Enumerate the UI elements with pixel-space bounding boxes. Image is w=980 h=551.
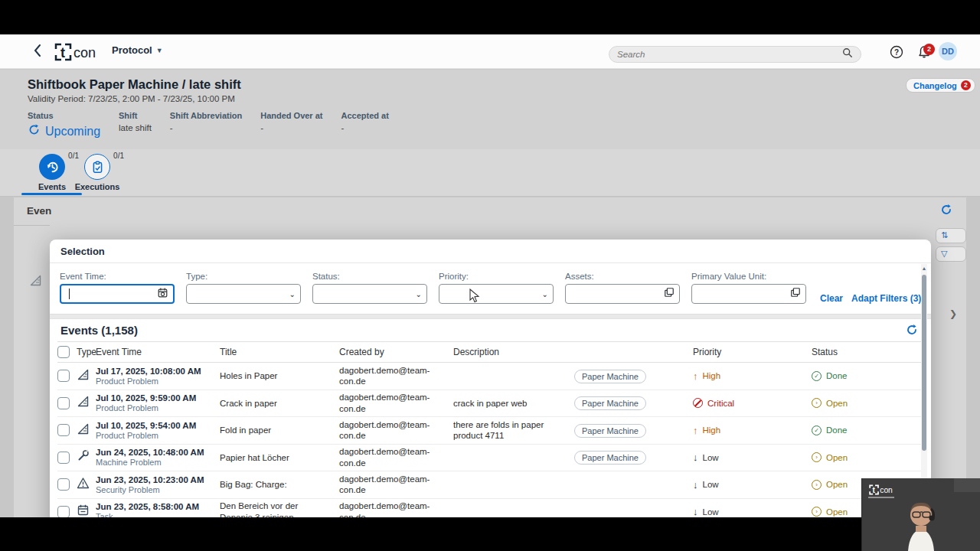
high-priority-arrow-icon: ↑ bbox=[693, 370, 698, 382]
clear-filters-link[interactable]: Clear bbox=[820, 293, 843, 304]
status-cell: ›Open bbox=[812, 398, 916, 408]
table-row[interactable]: Jun 23, 2025, 10:23:00 AMSecurity Proble… bbox=[57, 471, 923, 499]
field-label: Handed Over at bbox=[260, 111, 322, 120]
valuehelp-icon[interactable] bbox=[790, 287, 801, 301]
header-field-handed-over-at: Handed Over at- bbox=[260, 111, 322, 139]
filter-label: Type: bbox=[186, 272, 301, 281]
column-header-created-by[interactable]: Created by bbox=[339, 347, 453, 357]
background-section-title: Event bbox=[27, 205, 51, 217]
filter-input[interactable] bbox=[60, 284, 175, 304]
avatar[interactable]: DD bbox=[939, 42, 957, 60]
priority-cell: ↑High bbox=[693, 425, 812, 436]
checkbox-cell bbox=[57, 478, 77, 491]
title-cell: Den Bereich vor der Deponie 3 reinigen. bbox=[220, 500, 339, 517]
status-label: Open bbox=[826, 480, 848, 489]
chevron-down-icon[interactable]: ⌄ bbox=[289, 290, 296, 298]
table-header-row: TypeEvent TimeTitleCreated byDescription… bbox=[57, 341, 923, 363]
header-field-shift-abbreviation: Shift Abbreviation- bbox=[170, 111, 242, 139]
chevron-down-icon[interactable]: ⌄ bbox=[416, 290, 422, 298]
search-icon[interactable] bbox=[842, 47, 853, 61]
low-priority-arrow-icon: ↓ bbox=[693, 452, 698, 463]
header-fields: StatusUpcomingShiftlate shiftShift Abbre… bbox=[28, 111, 389, 139]
event-time-cell: Jul 17, 2025, 10:08:00 AMProduct Problem bbox=[96, 367, 220, 386]
title-cell: Fold in paper bbox=[220, 425, 339, 435]
checkbox-cell bbox=[57, 452, 77, 464]
page-header: Shiftbook Paper Machine / late shift Val… bbox=[0, 70, 980, 149]
events-history-icon: 0/1 bbox=[39, 154, 65, 180]
asset-tag-chip[interactable]: Paper Machine bbox=[574, 370, 646, 383]
filter-assets-: Assets: bbox=[565, 272, 680, 304]
filter-input[interactable]: ⌄ bbox=[186, 284, 301, 304]
product-problem-icon bbox=[77, 395, 96, 411]
adapt-filters-link[interactable]: Adapt Filters (3) bbox=[851, 293, 921, 304]
tcon-logo[interactable]: t con bbox=[54, 41, 98, 64]
refresh-icon[interactable] bbox=[906, 324, 918, 339]
column-header-title[interactable]: Title bbox=[220, 347, 339, 357]
field-label: Shift Abbreviation bbox=[170, 111, 242, 120]
asset-tag-cell: Paper Machine bbox=[574, 423, 693, 438]
priority-cell: ↓Low bbox=[693, 479, 812, 491]
row-checkbox[interactable] bbox=[57, 478, 70, 491]
calendar-icon[interactable] bbox=[157, 287, 168, 302]
row-checkbox[interactable] bbox=[57, 370, 70, 382]
chevron-right-icon[interactable]: ❯ bbox=[949, 308, 957, 319]
upcoming-status-icon bbox=[28, 123, 41, 139]
scrollbar-thumb[interactable] bbox=[922, 275, 926, 451]
filter-primary-value-unit-: Primary Value Unit: bbox=[691, 272, 806, 304]
help-icon[interactable]: ? bbox=[890, 45, 903, 59]
selected-tab-underline bbox=[21, 193, 82, 195]
changelog-button[interactable]: Changelog 2 bbox=[906, 78, 975, 93]
global-search[interactable] bbox=[609, 46, 861, 63]
webcam-logo-tagline bbox=[868, 497, 894, 498]
filter-input[interactable] bbox=[691, 284, 806, 304]
table-row[interactable]: Jul 10, 2025, 9:59:00 AMProduct ProblemC… bbox=[57, 390, 923, 418]
status-label: Done bbox=[826, 425, 848, 435]
asset-tag-chip[interactable]: Paper Machine bbox=[574, 424, 646, 438]
asset-tag-cell: Paper Machine bbox=[574, 369, 693, 383]
presenter-webcam-overlay: t con bbox=[861, 478, 980, 551]
row-checkbox[interactable] bbox=[57, 424, 70, 436]
scroll-up-arrow[interactable]: ▲ bbox=[921, 266, 927, 271]
table-row[interactable]: Jul 17, 2025, 10:08:00 AMProduct Problem… bbox=[57, 363, 923, 390]
column-header-description[interactable]: Description bbox=[453, 347, 574, 357]
tab-executions[interactable]: 0/1Executions bbox=[67, 154, 128, 191]
table-row[interactable]: Jun 23, 2025, 8:58:00 AMTaskDen Bereich … bbox=[57, 499, 923, 518]
row-checkbox[interactable] bbox=[57, 397, 70, 409]
event-time-cell: Jun 23, 2025, 8:58:00 AMTask bbox=[96, 502, 220, 517]
table-row[interactable]: Jun 24, 2025, 10:48:00 AMMachine Problem… bbox=[57, 445, 923, 472]
shell-toolbar: t con Protocol ▼ ? DD bbox=[0, 34, 980, 69]
row-checkbox[interactable] bbox=[57, 452, 70, 464]
column-header-priority[interactable]: Priority bbox=[693, 347, 812, 357]
filter-input[interactable] bbox=[565, 284, 680, 304]
column-header-event-time[interactable]: Event Time bbox=[96, 347, 220, 357]
changelog-count-badge: 2 bbox=[961, 80, 971, 90]
table-row[interactable]: Jul 10, 2025, 9:54:00 AMProduct ProblemF… bbox=[57, 417, 923, 445]
title-cell: Crack in paper bbox=[220, 398, 339, 409]
filter-button[interactable]: ▽ bbox=[936, 246, 966, 262]
search-input[interactable] bbox=[617, 50, 842, 59]
created-by-cell: dagobert.demo@team-con.de bbox=[339, 446, 453, 468]
select-all-checkbox[interactable] bbox=[57, 346, 70, 358]
filter-input[interactable]: ⌄ bbox=[312, 284, 427, 304]
screen: t con Protocol ▼ ? DD 2 bbox=[0, 0, 980, 551]
description-cell: there are folds in paper product 4711 bbox=[453, 419, 574, 442]
filter-input[interactable]: ⌄ bbox=[439, 284, 554, 304]
priority-label: Critical bbox=[707, 399, 734, 408]
protocol-menu[interactable]: Protocol ▼ bbox=[112, 44, 163, 56]
notification-count-badge: 2 bbox=[923, 44, 935, 55]
row-checkbox[interactable] bbox=[57, 506, 70, 517]
column-header-status[interactable]: Status bbox=[812, 347, 916, 357]
status-label: Open bbox=[826, 507, 848, 517]
event-type-label: Task bbox=[96, 512, 220, 517]
back-button[interactable] bbox=[31, 44, 44, 58]
chevron-down-icon[interactable]: ⌄ bbox=[542, 290, 548, 298]
column-header-type[interactable]: Type bbox=[77, 347, 96, 357]
tab-label: Executions bbox=[67, 182, 128, 191]
refresh-icon[interactable] bbox=[940, 204, 952, 219]
priority-label: Low bbox=[703, 453, 719, 462]
valuehelp-icon[interactable] bbox=[664, 287, 675, 301]
sort-button[interactable]: ⇅ bbox=[936, 228, 966, 243]
high-priority-arrow-icon: ↑ bbox=[693, 425, 698, 436]
asset-tag-chip[interactable]: Paper Machine bbox=[574, 396, 646, 410]
asset-tag-chip[interactable]: Paper Machine bbox=[574, 451, 646, 465]
